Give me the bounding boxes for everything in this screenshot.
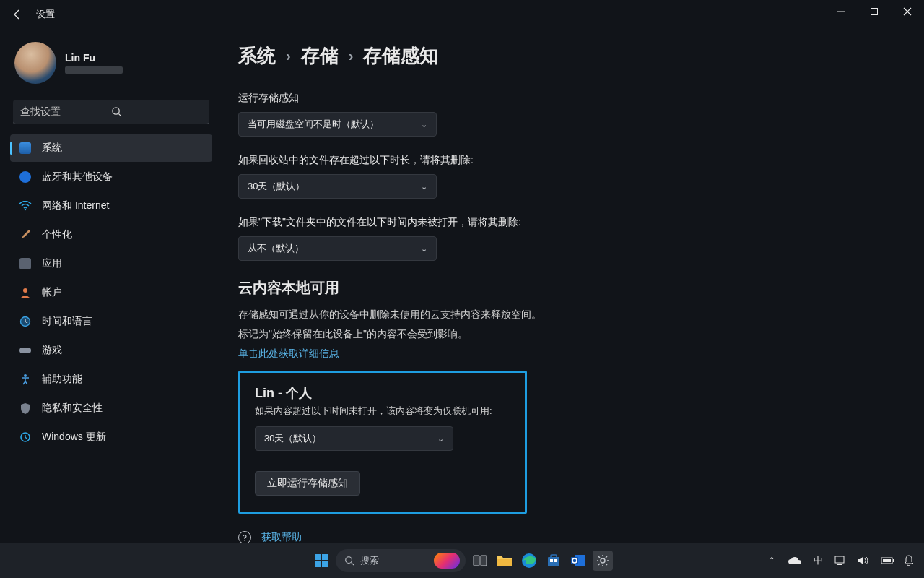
store-button[interactable] [544, 551, 564, 571]
battery-tray-icon[interactable] [881, 556, 894, 565]
downloads-dropdown[interactable]: 从不（默认） ⌄ [238, 236, 437, 261]
maximize-button[interactable] [858, 0, 891, 23]
system-tray: ˄ 中 [765, 543, 917, 578]
svg-line-16 [352, 563, 354, 566]
accessibility-icon [19, 373, 32, 386]
tray-chevron-up-icon[interactable]: ˄ [765, 556, 778, 566]
chevron-down-icon: ⌄ [437, 434, 444, 444]
taskbar-search-placeholder: 搜索 [360, 554, 379, 567]
start-button[interactable] [311, 551, 331, 571]
svg-point-10 [244, 540, 245, 541]
svg-rect-7 [19, 348, 31, 353]
sidebar-item-label: 游戏 [42, 344, 62, 357]
wifi-icon [19, 199, 32, 212]
sidebar-item-personalization[interactable]: 个性化 [10, 221, 212, 249]
back-button[interactable] [6, 3, 29, 26]
svg-rect-19 [497, 559, 512, 566]
run-storage-sense-label: 运行存储感知 [238, 92, 895, 105]
sidebar-item-privacy[interactable]: 隐私和安全性 [10, 394, 212, 422]
sidebar-item-apps[interactable]: 应用 [10, 250, 212, 277]
svg-rect-32 [893, 559, 894, 562]
sidebar-item-label: Windows 更新 [42, 431, 106, 444]
breadcrumb-storage-sense: 存储感知 [363, 43, 438, 69]
shield-icon [19, 402, 32, 415]
task-view-button[interactable] [470, 551, 490, 571]
network-tray-icon[interactable] [834, 556, 847, 566]
person-icon [19, 286, 32, 299]
recycle-bin-label: 如果回收站中的文件存在超过以下时长，请将其删除: [238, 154, 895, 167]
profile[interactable]: Lin Fu [10, 29, 212, 100]
dropdown-value: 30天（默认） [264, 432, 321, 445]
sidebar-item-bluetooth[interactable]: 蓝牙和其他设备 [10, 163, 212, 191]
run-now-button[interactable]: 立即运行存储感知 [255, 471, 360, 496]
update-icon [19, 431, 32, 444]
svg-line-3 [118, 113, 121, 116]
svg-rect-11 [315, 554, 321, 560]
svg-rect-24 [554, 559, 557, 562]
file-explorer-button[interactable] [494, 551, 515, 571]
notifications-tray-icon[interactable] [904, 555, 917, 566]
onedrive-dropdown[interactable]: 30天（默认） ⌄ [255, 426, 453, 451]
nav: 系统 蓝牙和其他设备 网络和 Internet 个性化 应用 帐户 [10, 134, 212, 451]
sidebar-item-time-language[interactable]: 时间和语言 [10, 308, 212, 335]
dropdown-value: 当可用磁盘空间不足时（默认） [248, 118, 379, 131]
system-icon [19, 142, 32, 155]
ime-indicator[interactable]: 中 [811, 554, 824, 567]
main-content: 系统 › 存储 › 存储感知 运行存储感知 当可用磁盘空间不足时（默认） ⌄ 如… [217, 29, 924, 543]
sidebar-item-label: 网络和 Internet [42, 199, 109, 212]
breadcrumb-storage[interactable]: 存储 [301, 43, 339, 69]
dropdown-value: 从不（默认） [248, 242, 304, 255]
sidebar: Lin Fu 查找设置 系统 蓝牙和其他设备 网络和 Internet [0, 29, 217, 543]
svg-rect-17 [474, 556, 479, 566]
cloud-desc-2: 标记为"始终保留在此设备上"的内容不会受到影响。 [238, 324, 895, 344]
sidebar-item-windows-update[interactable]: Windows 更新 [10, 423, 212, 451]
sidebar-item-label: 蓝牙和其他设备 [42, 171, 113, 184]
sidebar-item-label: 帐户 [42, 286, 62, 299]
avatar [14, 42, 56, 84]
gamepad-icon [19, 344, 32, 357]
sidebar-item-network[interactable]: 网络和 Internet [10, 192, 212, 220]
cloud-desc-1: 存储感知可通过从你的设备中删除未使用的云支持内容来释放空间。 [238, 305, 895, 324]
personal-onedrive-callout: Lin - 个人 如果内容超过以下时间未打开，该内容将变为仅联机可用: 30天（… [238, 371, 527, 514]
search-input[interactable]: 查找设置 [13, 100, 209, 124]
cloud-details-link[interactable]: 单击此处获取详细信息 [238, 348, 895, 361]
volume-tray-icon[interactable] [858, 556, 871, 566]
svg-point-4 [25, 209, 26, 210]
cloud-content-heading: 云内容本地可用 [238, 278, 895, 298]
minimize-button[interactable] [824, 0, 858, 23]
run-storage-sense-dropdown[interactable]: 当可用磁盘空间不足时（默认） ⌄ [238, 112, 437, 137]
globe-clock-icon [19, 315, 32, 328]
taskbar-search[interactable]: 搜索 [336, 549, 466, 572]
edge-button[interactable] [519, 551, 539, 571]
user-sub-redacted [65, 66, 123, 74]
taskbar: 搜索 ˄ 中 [0, 543, 924, 578]
svg-rect-30 [837, 564, 842, 565]
recycle-bin-dropdown[interactable]: 30天（默认） ⌄ [238, 174, 437, 199]
breadcrumb-system[interactable]: 系统 [238, 43, 276, 69]
settings-taskbar-button[interactable] [593, 551, 613, 571]
svg-point-2 [113, 108, 119, 114]
sidebar-item-accounts[interactable]: 帐户 [10, 279, 212, 306]
chevron-down-icon: ⌄ [421, 120, 427, 129]
get-help-link[interactable]: 获取帮助 [261, 531, 302, 543]
sidebar-item-label: 隐私和安全性 [42, 402, 103, 415]
sidebar-item-accessibility[interactable]: 辅助功能 [10, 366, 212, 393]
user-name: Lin Fu [65, 52, 123, 64]
help-icon [238, 531, 251, 543]
chevron-right-icon: › [349, 48, 354, 64]
callout-title: Lin - 个人 [255, 384, 510, 402]
svg-point-28 [601, 558, 605, 563]
svg-rect-12 [322, 554, 328, 560]
outlook-button[interactable] [568, 551, 588, 571]
chevron-down-icon: ⌄ [421, 244, 427, 254]
svg-rect-21 [548, 557, 559, 566]
downloads-label: 如果"下载"文件夹中的文件在以下时间内未被打开，请将其删除: [238, 216, 895, 229]
close-button[interactable] [891, 0, 924, 23]
onedrive-tray-icon[interactable] [788, 556, 801, 565]
svg-rect-18 [481, 556, 487, 566]
sidebar-item-system[interactable]: 系统 [10, 134, 212, 162]
sidebar-item-gaming[interactable]: 游戏 [10, 337, 212, 364]
chevron-right-icon: › [286, 48, 291, 64]
sidebar-item-label: 个性化 [42, 228, 72, 241]
apps-icon [19, 257, 32, 270]
